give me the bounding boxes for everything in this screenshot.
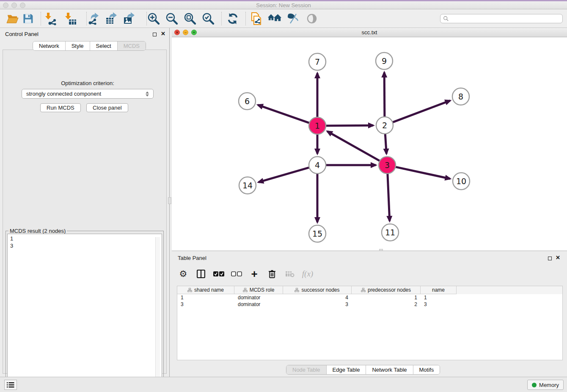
cell-successor-nodes[interactable]: 4 [283, 294, 352, 301]
memory-button[interactable]: Memory [527, 380, 564, 390]
cell-predecessor-nodes[interactable]: 1 [352, 294, 421, 301]
tab-select[interactable]: Select [90, 41, 118, 50]
close-window-button[interactable] [3, 3, 8, 8]
app-titlebar: Session: New Session [0, 1, 567, 9]
cell-MCDS-role[interactable]: dominator [234, 294, 283, 301]
toolbar-separator [41, 12, 41, 25]
svg-text:4: 4 [315, 160, 320, 170]
home-icon[interactable] [267, 11, 282, 26]
delete-column-icon[interactable] [267, 268, 278, 279]
node-3[interactable]: 3 [379, 157, 396, 174]
mcds-tab-content: Optimization criterion: strongly connect… [3, 50, 167, 374]
criterion-dropdown[interactable]: strongly connected component [22, 89, 154, 99]
node-11[interactable]: 11 [382, 224, 399, 241]
column-header-name[interactable]: name [421, 286, 457, 294]
maximize-window-button[interactable] [20, 3, 25, 8]
cell-name[interactable]: 1 [421, 294, 457, 301]
edge-2-3[interactable] [385, 133, 386, 154]
cell-name[interactable]: 3 [421, 301, 457, 308]
deselect-all-checkboxes-icon[interactable] [231, 268, 242, 279]
close-panel-button[interactable]: Close panel [86, 103, 128, 112]
control-panel: Control Panel ✕ NetworkStyleSelectMCDS O… [0, 28, 170, 377]
table-row[interactable]: 1dominator411 [177, 294, 562, 301]
refresh-layout-icon[interactable] [225, 11, 240, 26]
zoom-fit-icon[interactable] [182, 11, 198, 26]
gear-icon[interactable]: ⚙ [178, 268, 189, 279]
column-header-successor-nodes[interactable]: successor nodes [283, 286, 352, 294]
import-network-icon[interactable] [43, 11, 58, 26]
import-table-icon[interactable] [63, 11, 78, 26]
node-9[interactable]: 9 [376, 52, 393, 69]
search-field[interactable] [440, 14, 563, 23]
edge-1-2[interactable] [325, 125, 373, 126]
zoom-in-icon[interactable] [146, 11, 161, 26]
column-header-predecessor-nodes[interactable]: predecessor nodes [352, 286, 421, 294]
column-header-shared-name[interactable]: shared name [177, 286, 234, 294]
export-table-icon[interactable] [104, 11, 119, 26]
node-1[interactable]: 1 [309, 117, 326, 134]
export-image-icon[interactable] [122, 11, 137, 26]
save-session-icon[interactable] [20, 11, 36, 26]
node-8[interactable]: 8 [452, 88, 469, 105]
edge-2-8[interactable] [392, 101, 450, 123]
node-15[interactable]: 15 [309, 225, 326, 242]
edge-1-6[interactable] [258, 105, 310, 123]
mcds-result-text[interactable]: 1 3 [7, 234, 162, 387]
cell-predecessor-nodes[interactable]: 2 [352, 301, 421, 308]
toolbar-separator [221, 12, 222, 25]
minimize-window-button[interactable] [11, 3, 17, 8]
minimize-view-icon[interactable]: − [183, 30, 188, 35]
tab-edge-table[interactable]: Edge Table [327, 365, 366, 374]
split-columns-icon[interactable] [195, 268, 206, 279]
panel-divider-grip[interactable] [168, 197, 171, 204]
float-panel-icon[interactable] [153, 31, 157, 38]
cell-successor-nodes[interactable]: 3 [283, 301, 352, 308]
export-network-icon[interactable] [86, 11, 102, 26]
node-10[interactable]: 10 [453, 173, 470, 190]
memory-label: Memory [539, 382, 559, 388]
select-all-checkboxes-icon[interactable] [213, 268, 224, 279]
edge-2-9[interactable] [384, 72, 385, 118]
add-column-icon[interactable]: + [249, 268, 260, 279]
search-icon [443, 16, 449, 22]
tab-node-table[interactable]: Node Table [286, 365, 327, 374]
zoom-out-icon[interactable] [164, 11, 179, 26]
task-history-button[interactable] [4, 380, 17, 390]
cell-shared-name[interactable]: 1 [177, 294, 234, 301]
node-7[interactable]: 7 [309, 53, 326, 70]
cell-MCDS-role[interactable]: dominator [234, 301, 283, 308]
result-scrollbar[interactable] [155, 237, 160, 387]
tab-style[interactable]: Style [66, 41, 90, 50]
node-4[interactable]: 4 [309, 157, 326, 174]
edge-3-10[interactable] [395, 167, 450, 179]
hide-style-icon[interactable] [285, 11, 300, 26]
node-table[interactable]: shared nameMCDS rolesuccessor nodesprede… [177, 286, 563, 360]
network-graph[interactable]: 7968124314101511 [172, 37, 567, 251]
zoom-selected-icon[interactable] [201, 11, 216, 26]
tab-network-table[interactable]: Network Table [366, 365, 413, 374]
network-canvas[interactable]: 7968124314101511 [172, 37, 567, 251]
node-14[interactable]: 14 [239, 177, 256, 194]
column-header-MCDS-role[interactable]: MCDS role [234, 286, 283, 294]
close-table-panel-icon[interactable]: ✕ [556, 256, 560, 259]
node-6[interactable]: 6 [239, 93, 256, 110]
network-window-titlebar[interactable]: ✕ − + scc.txt [172, 28, 567, 37]
tab-mcds[interactable]: MCDS [118, 41, 146, 50]
close-panel-icon[interactable]: ✕ [161, 32, 165, 36]
edge-3-1[interactable] [328, 131, 381, 161]
edge-4-14[interactable] [259, 167, 310, 182]
duplicate-network-icon[interactable] [248, 11, 264, 26]
tab-motifs[interactable]: Motifs [413, 365, 440, 374]
edge-3-11[interactable] [388, 173, 390, 221]
tab-network[interactable]: Network [33, 41, 66, 50]
float-table-panel-icon[interactable] [548, 255, 552, 262]
search-input[interactable] [449, 16, 562, 22]
table-row[interactable]: 3dominator323 [177, 301, 562, 308]
cell-shared-name[interactable]: 3 [177, 301, 234, 308]
maximize-view-icon[interactable]: + [191, 30, 197, 35]
run-mcds-button[interactable]: Run MCDS [40, 103, 81, 112]
close-view-icon[interactable]: ✕ [174, 30, 180, 35]
network-view-title: scc.txt [172, 28, 567, 37]
open-file-icon[interactable] [5, 11, 20, 26]
node-2[interactable]: 2 [376, 117, 393, 134]
